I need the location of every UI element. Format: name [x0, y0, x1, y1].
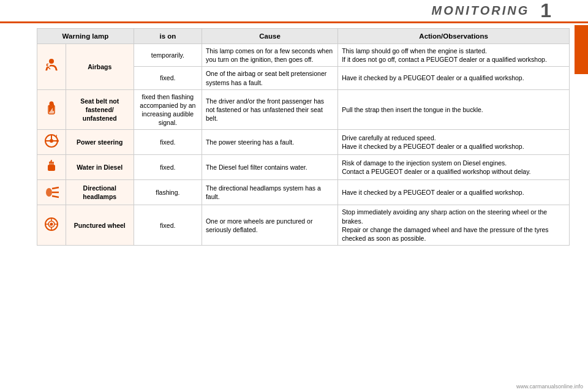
action-cell: This lamp should go off when the engine …	[338, 44, 570, 67]
action-cell: Have it checked by a PEUGEOT dealer or a…	[338, 180, 570, 205]
table-header-row: Warning lamp is on Cause Action/Observat…	[37, 29, 570, 44]
lamp-name-text: Power steering	[77, 138, 123, 146]
svg-line-5	[48, 67, 50, 69]
main-content: Warning lamp is on Cause Action/Observat…	[0, 23, 588, 251]
table-row: ✱ Airbagstemporarily.This lamp comes on …	[37, 44, 570, 67]
side-tab	[575, 25, 588, 74]
svg-point-28	[50, 222, 53, 225]
wheel_icon: +	[41, 216, 62, 235]
svg-line-18	[52, 187, 59, 189]
lamp-name: Punctured wheel	[66, 205, 134, 246]
col-header-warning-lamp: Warning lamp	[37, 29, 134, 44]
lamp-name: Airbags	[66, 44, 134, 90]
headlamp_icon	[41, 183, 62, 202]
lamp-name-text: Punctured wheel	[74, 222, 126, 229]
col-header-ison: is on	[134, 29, 202, 44]
lamp-name-text: Directional headlamps	[83, 184, 116, 200]
lamp-name-text: Water in Diesel	[77, 164, 123, 171]
svg-text:!: !	[56, 134, 58, 139]
svg-point-17	[46, 188, 52, 197]
icon-cell	[37, 180, 66, 205]
table-row: Water in Dieselfixed.The Diesel fuel fil…	[37, 155, 570, 180]
cause-cell: The directional headlamps system has a f…	[202, 180, 337, 205]
svg-line-20	[52, 196, 59, 197]
table-row: Directional headlampsflashing.The direct…	[37, 180, 570, 205]
action-cell: Stop immediately avoiding any sharp acti…	[338, 205, 570, 246]
header-bar: MONITORING 1	[0, 0, 588, 23]
footer-bar: www.carmanualsonline.info	[0, 381, 588, 392]
icon-cell: +	[37, 205, 66, 246]
svg-line-2	[55, 67, 57, 70]
header-title: MONITORING	[432, 4, 530, 18]
table-row: + Punctured wheelfixed.One or more wheel…	[37, 205, 570, 246]
action-cell: Risk of damage to the injection system o…	[338, 155, 570, 180]
table-row: Seat belt not fastened/ unfastenedfixed …	[37, 89, 570, 130]
ison-cell: temporarily.	[134, 44, 202, 67]
lamp-name: Seat belt not fastened/ unfastened	[66, 89, 134, 130]
warning-lamp-table: Warning lamp is on Cause Action/Observat…	[37, 28, 570, 246]
cause-cell: The power steering has a fault.	[202, 130, 337, 155]
icon-cell	[37, 155, 66, 180]
lamp-name: Water in Diesel	[66, 155, 134, 180]
ison-cell: fixed.	[134, 67, 202, 89]
cause-cell: The driver and/or the front passenger ha…	[202, 89, 337, 130]
lamp-name: Power steering	[66, 130, 134, 155]
svg-point-10	[50, 139, 53, 143]
ison-cell: fixed.	[134, 205, 202, 246]
cause-cell: The Diesel fuel filter contains water.	[202, 155, 337, 180]
svg-rect-16	[48, 165, 55, 171]
svg-point-14	[56, 140, 59, 142]
table-row: ! Power steeringfixed.The power steering…	[37, 130, 570, 155]
cause-cell: One of the airbag or seat belt pretensio…	[202, 67, 337, 89]
action-cell: Drive carefully at reduced speed.Have it…	[338, 130, 570, 155]
svg-line-1	[46, 67, 48, 70]
ison-cell: flashing.	[134, 180, 202, 205]
cause-cell: One or more wheels are punctured or seri…	[202, 205, 337, 246]
action-cell: Have it checked by a PEUGEOT dealer or a…	[338, 67, 570, 89]
col-header-action: Action/Observations	[338, 29, 570, 44]
cause-cell: This lamp comes on for a few seconds whe…	[202, 44, 337, 67]
water_icon	[41, 157, 62, 177]
person_icon: ✱	[41, 57, 62, 77]
icon-cell	[37, 89, 66, 130]
col-header-cause: Cause	[202, 29, 337, 44]
ison-cell: fixed.	[134, 155, 202, 180]
icon-cell: ✱	[37, 44, 66, 90]
ison-cell: fixed.	[134, 130, 202, 155]
action-cell: Pull the strap then insert the tongue in…	[338, 89, 570, 130]
ison-cell: fixed then flashing accompanied by an in…	[134, 89, 202, 130]
lamp-name-text: Seat belt not fastened/ unfastened	[80, 97, 119, 122]
lamp-name: Directional headlamps	[66, 180, 134, 205]
seatbelt_icon	[41, 100, 62, 119]
header-number: 1	[540, 0, 551, 22]
lamp-name-text: Airbags	[88, 63, 111, 70]
svg-point-0	[49, 59, 54, 64]
steering_icon: !	[41, 132, 62, 152]
footer-url: www.carmanualsonline.info	[516, 383, 583, 390]
icon-cell: !	[37, 130, 66, 155]
